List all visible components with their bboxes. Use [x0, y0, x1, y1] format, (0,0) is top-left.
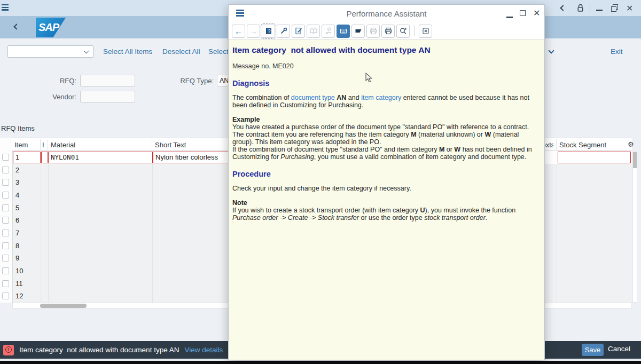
col-stock-segment[interactable]: Stock Segment [559, 141, 606, 149]
rfq-label: RFQ: [32, 77, 76, 85]
row-number: 11 [15, 280, 23, 288]
close-box-button[interactable] [419, 25, 432, 38]
procedure-text: Check your input and change the item cat… [232, 185, 536, 192]
glossary-book-button[interactable] [307, 25, 320, 38]
user-hand-icon [324, 27, 333, 35]
message-number: Message no. ME020 [232, 62, 536, 70]
toolbar-separator [414, 26, 415, 36]
dialog-header[interactable]: Performance Assistant ✕ [229, 5, 544, 23]
svg-text:?: ? [268, 28, 270, 34]
tools-button[interactable] [277, 25, 290, 38]
select-block-button[interactable]: Select [208, 48, 229, 56]
row-number: 3 [15, 178, 19, 186]
row-checkbox[interactable] [2, 267, 9, 274]
rfq-items-section-title: RFQ Items [1, 124, 35, 132]
user-hand-button[interactable] [322, 25, 335, 38]
select-all-items-button[interactable]: Select All Items [103, 48, 152, 56]
dialog-maximize-icon[interactable] [520, 10, 526, 16]
material-cell[interactable]: NYLON01 [48, 152, 153, 163]
row-checkbox[interactable] [2, 167, 9, 173]
col-indicator[interactable]: I [42, 141, 44, 149]
dialog-close-icon[interactable]: ✕ [533, 8, 540, 18]
row-number: 6 [15, 216, 19, 224]
row-checkbox[interactable] [2, 242, 9, 249]
row-number: 5 [15, 204, 19, 212]
sap-logo: SAP [36, 18, 66, 37]
forward-button[interactable]: → [247, 25, 260, 38]
edit-document-button[interactable] [292, 25, 305, 38]
chevron-down-icon [84, 49, 89, 54]
note-heading: Note [232, 199, 536, 207]
open-book-icon [309, 27, 318, 35]
dialog-minimize-icon[interactable] [506, 17, 513, 18]
row-checkbox[interactable] [2, 280, 9, 287]
wrench-icon [279, 27, 288, 35]
more-menu-chevron-icon[interactable] [548, 48, 554, 53]
note-text: If you wish to create a stock transport … [232, 207, 536, 221]
row-number: 10 [15, 267, 23, 275]
save-button[interactable]: Save [582, 344, 604, 356]
close-window-icon[interactable]: ✕ [626, 3, 633, 13]
col-item[interactable]: Item [14, 141, 28, 149]
restore-window-icon[interactable] [613, 4, 618, 10]
print-button[interactable] [381, 25, 395, 38]
flag-icon [354, 27, 363, 35]
help-book-icon: ? [264, 27, 273, 35]
indicator-cell[interactable] [41, 152, 48, 163]
help-heading: Item category not allowed with document … [232, 45, 536, 55]
flag-button[interactable] [351, 25, 365, 38]
row-checkbox[interactable] [2, 179, 9, 186]
menu-hamburger-icon[interactable] [2, 4, 9, 12]
zoom-in-icon [399, 27, 408, 35]
print-preview-icon [369, 27, 378, 35]
exit-button[interactable]: Exit [611, 48, 623, 56]
history-back-icon[interactable] [560, 5, 566, 11]
row-number: 12 [15, 292, 23, 300]
diagnosis-text: The combination of document type AN and … [232, 94, 536, 109]
row-checkbox[interactable] [2, 292, 9, 299]
row-checkbox[interactable] [2, 255, 9, 262]
col-short-text[interactable]: Short Text [155, 141, 186, 149]
row-checkbox[interactable] [2, 230, 9, 236]
row-checkbox[interactable] [2, 192, 9, 199]
dialog-title: Performance Assistant [229, 9, 544, 18]
edit-document-icon [294, 27, 303, 35]
deselect-all-button[interactable]: Deselect All [162, 48, 200, 56]
help-book-button[interactable]: ? [262, 25, 275, 38]
row-number: 9 [15, 254, 19, 262]
layout-variant-dropdown[interactable] [7, 45, 93, 58]
print-preview-button[interactable] [366, 25, 380, 38]
vendor-input[interactable] [80, 91, 135, 102]
row-number: 7 [15, 229, 19, 237]
rfq-type-label: RFQ Type: [166, 77, 214, 85]
vertical-scrollbar-thumb[interactable] [633, 152, 637, 168]
cancel-button[interactable]: Cancel [608, 345, 630, 353]
unlock-icon[interactable] [576, 3, 585, 13]
rfq-input[interactable] [80, 75, 135, 86]
zoom-in-button[interactable] [396, 25, 410, 38]
vendor-label: Vendor: [32, 93, 76, 101]
divider [590, 4, 590, 12]
view-details-link[interactable]: View details [184, 346, 223, 354]
col-material[interactable]: Material [51, 141, 75, 149]
minimize-window-icon[interactable] [596, 10, 603, 11]
example-heading: Example [232, 116, 536, 123]
back-navigation-icon[interactable] [13, 23, 19, 29]
vertical-scrollbar[interactable] [632, 152, 637, 303]
table-settings-gear-icon[interactable]: ⚙ [628, 140, 634, 148]
row-number: 4 [15, 191, 19, 199]
splitter-handle[interactable]: ···· [364, 37, 373, 42]
close-box-icon [421, 27, 430, 35]
stock-segment-cell[interactable] [558, 152, 631, 163]
row-checkbox[interactable] [2, 204, 9, 211]
row-number: 8 [15, 242, 19, 250]
row-checkbox[interactable] [2, 154, 9, 161]
performance-assistant-dialog: Performance Assistant ✕ ← → ? [228, 4, 545, 360]
keyboard-button[interactable] [337, 25, 350, 38]
example-text-1: You have created a purchase order of the… [232, 123, 536, 146]
horizontal-scrollbar-thumb[interactable] [40, 304, 87, 308]
status-message: Item category not allowed with document … [19, 346, 179, 354]
item-cell[interactable]: 1 [13, 152, 41, 163]
back-button[interactable]: ← [232, 25, 245, 38]
row-checkbox[interactable] [2, 217, 9, 224]
